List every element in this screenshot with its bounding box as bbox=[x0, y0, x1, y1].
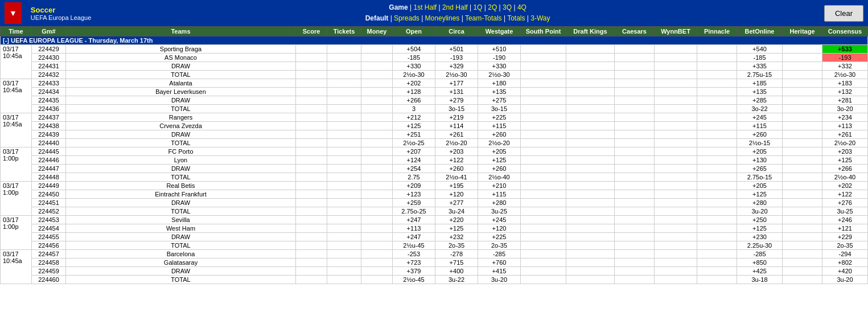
score bbox=[296, 224, 327, 233]
team-name: TOTAL bbox=[66, 241, 296, 250]
pinnacle-odds bbox=[697, 122, 737, 130]
caesars-odds bbox=[615, 207, 655, 216]
moneylines-link[interactable]: Moneylines bbox=[425, 14, 460, 22]
betonline-odds: +135 bbox=[737, 88, 783, 96]
gm-number: 224429 bbox=[32, 45, 66, 54]
money bbox=[361, 113, 393, 122]
consensus-odds: +276 bbox=[822, 199, 868, 207]
draftkings-odds bbox=[566, 122, 615, 130]
consensus-odds: +234 bbox=[822, 113, 868, 122]
southpoint-odds bbox=[521, 259, 566, 267]
score bbox=[296, 207, 327, 216]
heritage-odds bbox=[783, 122, 822, 130]
betonline-odds: 3u-20 bbox=[737, 207, 783, 216]
score bbox=[296, 96, 327, 105]
southpoint-odds bbox=[521, 113, 566, 122]
wynnbet-odds bbox=[655, 182, 697, 190]
clear-button[interactable]: Clear bbox=[824, 5, 863, 22]
4q-link[interactable]: 4Q bbox=[517, 3, 526, 11]
westgate-odds: +135 bbox=[478, 88, 521, 96]
consensus-odds: +266 bbox=[822, 165, 868, 173]
betonline-odds: +125 bbox=[737, 224, 783, 233]
wynnbet-odds bbox=[655, 241, 697, 250]
consensus-odds: +261 bbox=[822, 130, 868, 139]
caesars-odds bbox=[615, 105, 655, 113]
header-nav: Game | 1st Half | 2nd Half | 1Q | 2Q | 3… bbox=[100, 2, 815, 24]
wynnbet-odds bbox=[655, 156, 697, 165]
circa-odds: +260 bbox=[435, 165, 478, 173]
caesars-odds bbox=[615, 88, 655, 96]
draftkings-odds bbox=[566, 71, 615, 79]
team-name: Lyon bbox=[66, 156, 296, 165]
pinnacle-odds bbox=[697, 259, 737, 267]
southpoint-odds bbox=[521, 250, 566, 259]
circa-odds: +114 bbox=[435, 122, 478, 130]
gm-number: 224440 bbox=[32, 139, 66, 147]
3q-link[interactable]: 3Q bbox=[503, 3, 512, 11]
table-row: 224436TOTAL33o-153o-153o-223o-20 bbox=[1, 105, 868, 113]
col-westgate: Westgate bbox=[478, 27, 521, 36]
pinnacle-odds bbox=[697, 207, 737, 216]
circa-odds: +501 bbox=[435, 45, 478, 54]
consensus-odds: +203 bbox=[822, 147, 868, 156]
table-row: 224455DRAW+247+232+225+230+229 bbox=[1, 233, 868, 241]
tickets bbox=[327, 156, 361, 165]
southpoint-odds bbox=[521, 182, 566, 190]
table-row: 224450Eintracht Frankfurt+123+120+115+12… bbox=[1, 190, 868, 199]
2q-link[interactable]: 2Q bbox=[488, 3, 497, 11]
circa-odds: +329 bbox=[435, 62, 478, 71]
table-row: 224439DRAW+251+261+260+260+261 bbox=[1, 130, 868, 139]
match-time: 03/17 1:00p bbox=[1, 216, 32, 250]
money bbox=[361, 54, 393, 62]
pinnacle-odds bbox=[697, 190, 737, 199]
westgate-odds: -285 bbox=[478, 250, 521, 259]
money bbox=[361, 207, 393, 216]
westgate-odds: 3u-25 bbox=[478, 207, 521, 216]
spreads-link[interactable]: Spreads bbox=[394, 14, 419, 22]
3way-link[interactable]: 3-Way bbox=[530, 14, 550, 22]
money bbox=[361, 139, 393, 147]
totals-link[interactable]: Totals bbox=[507, 14, 525, 22]
money bbox=[361, 190, 393, 199]
pinnacle-odds bbox=[697, 105, 737, 113]
teamtotals-link[interactable]: Team-Totals bbox=[465, 14, 502, 22]
2nd-half-link[interactable]: 2nd Half bbox=[442, 3, 468, 11]
draftkings-odds bbox=[566, 207, 615, 216]
consensus-odds: 3u-20 bbox=[822, 276, 868, 284]
wynnbet-odds bbox=[655, 54, 697, 62]
match-time: 03/17 1:00p bbox=[1, 147, 32, 182]
circa-odds: +131 bbox=[435, 88, 478, 96]
team-name: DRAW bbox=[66, 130, 296, 139]
consensus-odds: +420 bbox=[822, 267, 868, 276]
1st-half-link[interactable]: 1st Half bbox=[413, 3, 437, 11]
pinnacle-odds bbox=[697, 173, 737, 182]
gm-number: 224437 bbox=[32, 113, 66, 122]
wynnbet-odds bbox=[655, 190, 697, 199]
money bbox=[361, 233, 393, 241]
table-row: 03/17 1:00p224453Sevilla+247+220+245+250… bbox=[1, 216, 868, 224]
wynnbet-odds bbox=[655, 199, 697, 207]
open-odds: 3 bbox=[393, 105, 435, 113]
table-row: 224459DRAW+379+400+415+425+420 bbox=[1, 267, 868, 276]
betonline-odds: +280 bbox=[737, 199, 783, 207]
score bbox=[296, 250, 327, 259]
heritage-odds bbox=[783, 216, 822, 224]
caesars-odds bbox=[615, 147, 655, 156]
draftkings-odds bbox=[566, 241, 615, 250]
sport-link[interactable]: Soccer bbox=[31, 6, 91, 14]
table-row: 224458Galatasaray+723+715+760+850+802 bbox=[1, 259, 868, 267]
score bbox=[296, 216, 327, 224]
1q-link[interactable]: 1Q bbox=[473, 3, 482, 11]
score bbox=[296, 267, 327, 276]
gm-number: 224434 bbox=[32, 88, 66, 96]
money bbox=[361, 241, 393, 250]
caesars-odds bbox=[615, 122, 655, 130]
caesars-odds bbox=[615, 62, 655, 71]
table-row: 224431DRAW+330+329+330+335+332 bbox=[1, 62, 868, 71]
tickets bbox=[327, 216, 361, 224]
team-name: TOTAL bbox=[66, 71, 296, 79]
col-time: Time bbox=[1, 27, 32, 36]
tickets bbox=[327, 96, 361, 105]
arrow-button[interactable]: ▼ bbox=[5, 2, 22, 24]
circa-odds: +177 bbox=[435, 79, 478, 88]
